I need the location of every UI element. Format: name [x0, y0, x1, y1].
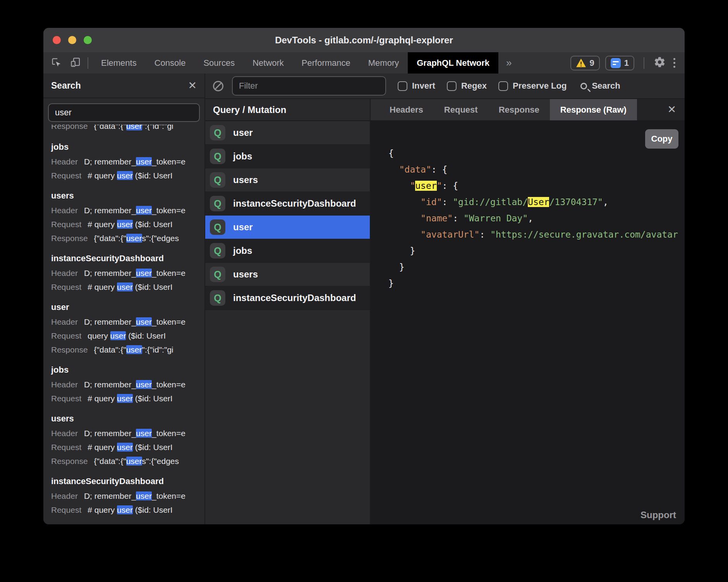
result-section-title-users: users [51, 188, 197, 204]
devtools-window: DevTools - gitlab.com/-/graphql-explorer… [43, 28, 685, 524]
tab-graphql-network[interactable]: GraphQL Network [408, 52, 498, 74]
tab-memory[interactable]: Memory [359, 52, 408, 74]
match-highlight: user [126, 125, 142, 130]
response-tabbar: HeadersRequestResponseResponse (Raw) ✕ [371, 99, 685, 121]
query-row-user[interactable]: Quser [205, 121, 370, 145]
result-section-title-users: users [51, 411, 197, 426]
search-result-line[interactable]: Response{"data":{"user":{"id":"gi [51, 343, 197, 357]
result-line-label: Response [51, 125, 88, 130]
device-toolbar-icon[interactable] [70, 56, 81, 70]
search-result-line[interactable]: Response{"data":{"user":{"id":"gi [51, 125, 197, 133]
tab-sources[interactable]: Sources [194, 52, 244, 74]
json-token: , [603, 197, 608, 207]
copy-button[interactable]: Copy [645, 129, 678, 149]
search-result-line[interactable]: Request# query user ($id: UserI [51, 392, 197, 406]
query-row-instancesecuritydashboard[interactable]: QinstanceSecurityDashboard [205, 286, 370, 310]
json-line: "avatarUrl": "https://secure.gravatar.co… [388, 226, 685, 243]
zoom-window-button[interactable] [84, 36, 92, 44]
checkbox-regex[interactable]: Regex [447, 81, 487, 91]
response-tab-request[interactable]: Request [434, 99, 488, 120]
kebab-menu-icon[interactable] [671, 58, 678, 68]
search-result-line[interactable]: Request# query user ($id: UserI [51, 503, 197, 517]
search-panel-close-icon[interactable]: ✕ [188, 80, 197, 91]
search-result-line[interactable]: Response{"data":{"users":{"edges [51, 454, 197, 468]
message-icon [611, 58, 621, 68]
query-row-jobs[interactable]: Qjobs [205, 239, 370, 263]
search-result-line[interactable]: Requestquery user ($id: UserI [51, 329, 197, 343]
search-result-line[interactable]: HeaderD; remember_user_token=e [51, 315, 197, 329]
json-line: "id": "gid://gitlab/User/13704317", [388, 194, 685, 210]
query-row-label: user [233, 127, 253, 138]
tab-network[interactable]: Network [244, 52, 293, 74]
result-line-label: Request [51, 394, 81, 403]
search-result-line[interactable]: Request# query user ($id: UserI [51, 217, 197, 231]
search-result-line[interactable]: Request# query user ($id: UserI [51, 280, 197, 294]
tab-elements[interactable]: Elements [92, 52, 146, 74]
query-row-jobs[interactable]: Qjobs [205, 145, 370, 168]
search-result-line[interactable]: HeaderD; remember_user_token=e [51, 266, 197, 280]
result-line-text: _token=e [152, 317, 185, 326]
issues-badge[interactable]: 1 [605, 56, 634, 70]
query-mutation-panel: Query / Mutation QuserQjobsQusersQinstan… [205, 99, 371, 524]
warnings-badge[interactable]: 9 [570, 56, 600, 70]
regex-checkbox-box [447, 81, 457, 91]
result-line-label: Request [51, 331, 81, 340]
devtools-tabbar: ElementsConsoleSourcesNetworkPerformance… [43, 52, 685, 74]
match-highlight: user [110, 331, 126, 340]
search-result-line[interactable]: HeaderD; remember_user_token=e [51, 378, 197, 392]
match-highlight: user [136, 380, 152, 389]
search-result-line[interactable]: Request# query user ($id: UserI [51, 169, 197, 183]
json-line: "user": { [388, 178, 685, 194]
search-input[interactable] [48, 103, 200, 122]
json-token: : [479, 229, 490, 240]
more-tabs-chevron-icon[interactable]: » [498, 57, 519, 69]
find-match-highlight: user [415, 181, 436, 191]
response-tab-headers[interactable]: Headers [379, 99, 434, 120]
search-result-line[interactable]: Request# query user ($id: UserI [51, 440, 197, 454]
result-section-title-instancesecuritydashboard: instanceSecurityDashboard [51, 251, 197, 266]
settings-gear-icon[interactable] [654, 56, 666, 70]
search-result-line[interactable]: Response{"data":{"users":{"edges [51, 231, 197, 245]
query-row-label: instanceSecurityDashboard [233, 198, 356, 209]
query-row-users[interactable]: Qusers [205, 168, 370, 192]
tab-console[interactable]: Console [146, 52, 195, 74]
support-link[interactable]: Support [640, 510, 676, 520]
filter-bar: InvertRegexPreserve Log Search [205, 74, 685, 99]
query-type-badge: Q [210, 243, 225, 258]
tab-performance[interactable]: Performance [293, 52, 359, 74]
json-token: "https://secure.gravatar.com/avatar [490, 229, 678, 240]
detail-close-icon[interactable]: ✕ [667, 104, 676, 115]
json-line: } [388, 259, 685, 275]
network-search-label: Search [592, 81, 620, 91]
result-line-text: ($id: UserI [133, 394, 173, 403]
search-result-line[interactable]: HeaderD; remember_user_token=e [51, 426, 197, 440]
response-tab-response-raw[interactable]: Response (Raw) [550, 99, 637, 120]
inspect-element-icon[interactable] [50, 56, 62, 70]
clear-requests-icon[interactable] [213, 81, 223, 91]
search-input-wrap [43, 98, 204, 125]
result-line-text: query [88, 331, 110, 340]
close-window-button[interactable] [53, 36, 61, 44]
result-line-label: Header [51, 269, 78, 277]
result-section-title-jobs: jobs [51, 139, 197, 155]
result-line-text: _token=e [152, 380, 185, 389]
query-row-label: users [233, 269, 258, 280]
result-line-text: D; remember_ [84, 206, 136, 215]
query-row-instancesecuritydashboard[interactable]: QinstanceSecurityDashboard [205, 192, 370, 216]
response-tab-response[interactable]: Response [488, 99, 550, 120]
query-type-badge: Q [210, 290, 225, 306]
search-result-line[interactable]: HeaderD; remember_user_token=e [51, 489, 197, 503]
search-result-line[interactable]: HeaderD; remember_user_token=e [51, 204, 197, 217]
match-highlight: user [117, 282, 133, 291]
network-search-toggle[interactable]: Search [580, 81, 620, 91]
json-token: } [388, 262, 405, 272]
query-row-user[interactable]: Quser [205, 216, 370, 239]
checkbox-invert[interactable]: Invert [398, 81, 435, 91]
minimize-window-button[interactable] [68, 36, 76, 44]
search-result-line[interactable]: HeaderD; remember_user_token=e [51, 155, 197, 169]
json-token [388, 197, 421, 207]
query-row-users[interactable]: Qusers [205, 263, 370, 286]
filter-input[interactable] [232, 76, 386, 96]
invert-checkbox-label: Invert [412, 81, 435, 91]
checkbox-preserve-log[interactable]: Preserve Log [498, 81, 567, 91]
